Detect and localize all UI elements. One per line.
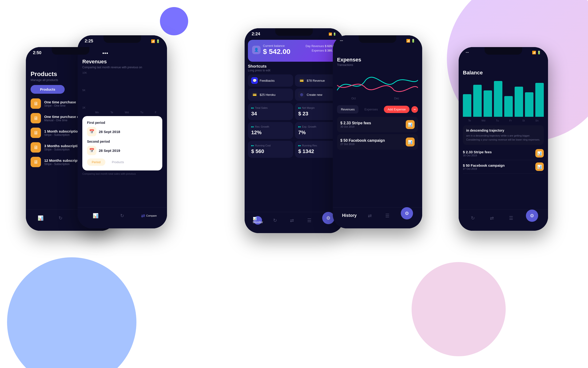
phone1-notch — [52, 47, 89, 55]
phone2-title: Revenues — [82, 59, 162, 65]
phone2-chart: 10K5K1K MnTeWdTuF — [82, 71, 162, 114]
add-expense-btn[interactable]: Add Expense — [384, 106, 410, 113]
second-period-date: 28 Sept 2019 — [99, 148, 120, 153]
second-period-row[interactable]: 📅 28 Sept 2019 — [87, 146, 158, 155]
phone4-bottom-nav: History ⇄ ☰ ⚙ — [333, 207, 422, 228]
phone4-status-icons: 📶 🔋 — [406, 39, 415, 43]
nav-chart-icon-2[interactable]: 📊 — [91, 212, 100, 220]
phone-dashboard: 2:24 📶 🔋 👤 Current balance $ 542.00 Day … — [245, 28, 343, 233]
period-tabs: Period Products — [87, 158, 158, 166]
expense-amount-2: $ 50 Facebook campaign — [340, 138, 385, 143]
add-expense-icon[interactable]: − — [411, 106, 418, 113]
nav-refresh-3[interactable]: ↻ — [271, 216, 279, 225]
nav-compare-5[interactable]: ⇄ — [488, 214, 496, 222]
balance-label: Current balance — [263, 44, 290, 47]
phone-expenses: ··· 📶 🔋 Expenses Transactions Oct Dec — [333, 35, 422, 228]
phone4-chart: Oct Dec — [337, 70, 418, 103]
insight-card: in descending trajectory are in a descen… — [463, 125, 544, 145]
first-period-row[interactable]: 📅 28 Sept 2018 — [87, 127, 158, 136]
product-icon-1: 🖥 — [31, 98, 41, 109]
nav-refresh-5[interactable]: ↻ — [469, 214, 477, 222]
nav-compare-4[interactable]: ⇄ — [366, 212, 374, 220]
product-name-1: One time purchase — [44, 100, 76, 104]
expense-icon-2: 📊 — [406, 138, 415, 147]
balance-bars-chart — [463, 79, 544, 117]
bg-circle-top — [160, 7, 188, 35]
shortcuts-section: Shortcuts Long press to edit 💬 Feedbacks… — [245, 64, 343, 101]
nav-monitor[interactable]: 📊 Monitor — [254, 216, 262, 225]
expense-icon-1: 📊 — [406, 120, 415, 129]
nav-menu-4[interactable]: ☰ — [383, 212, 392, 220]
stat-value-2: 12% — [251, 129, 290, 136]
svg-text:Dec: Dec — [394, 97, 399, 100]
expense-item-2[interactable]: $ 50 Facebook campaign 27 Oct 2019 📊 — [337, 134, 418, 150]
revenue-tabs: Revenues Expenses Add Expense − — [337, 105, 418, 113]
phone2-notch — [104, 35, 141, 43]
hist-item-1[interactable]: $ 2.33 Stripe fees 30 Oct 2019 📊 — [463, 147, 544, 160]
shortcut-create-label: Create new — [307, 93, 322, 97]
phone3-notch — [275, 28, 313, 36]
nav-fab-4[interactable]: ⚙ — [401, 207, 413, 220]
nav-compare-3[interactable]: ⇄ — [288, 216, 296, 225]
phone5-status-icons: 📶 🔋 — [532, 51, 541, 54]
nav-fab-3[interactable]: ⚙ — [322, 212, 334, 224]
expense-item-1[interactable]: $ 2.33 Stripe fees 30 Oct 2019 📊 — [337, 117, 418, 132]
shortcut-revenue-label: $78 Revenue — [307, 79, 325, 83]
first-period-label: First period — [87, 121, 158, 125]
chart-x-labels: MnTeWdTuF — [89, 111, 162, 114]
nav-compare-icon-2[interactable]: ⇄ Compare — [145, 212, 153, 220]
phone1-status-icons: ●●● — [102, 51, 108, 55]
shortcut-heroku[interactable]: 💳 $25 Heroku — [248, 89, 293, 101]
product-icon-5: 🖥 — [31, 157, 41, 167]
insight-text: are in a descending trajectory while s a… — [466, 134, 541, 141]
phone4-time: ··· — [340, 39, 343, 43]
product-sub-3: Stripe - Subscription — [44, 133, 80, 137]
product-icon-4: 🖥 — [31, 142, 41, 153]
stat-rev-growth: Rev. Growth 12% — [248, 122, 293, 139]
history-tab[interactable]: History — [342, 212, 357, 220]
product-icon-2: 🖥 — [31, 113, 41, 123]
stat-label-4: Running Cost — [251, 144, 290, 147]
chart-y-labels: 10K5K1K — [82, 71, 87, 109]
balance-card: 👤 Current balance $ 542.00 Day Revenues … — [248, 40, 340, 62]
stats-grid: Total Sales 34 Net Margin $ 23 Rev. Grow… — [245, 103, 343, 158]
phone2-footer: Comparing last month total sales with pr… — [82, 172, 162, 175]
product-name-3: 1 Month subscription — [44, 129, 80, 133]
phone5-content: Balance TeWdTuFrStSn in descending traje… — [459, 55, 548, 174]
phone2-time: 2:25 — [85, 39, 93, 44]
phone5-time: ··· — [466, 50, 469, 55]
nav-refresh-icon-2[interactable]: ↻ — [118, 212, 127, 220]
svg-text:Oct: Oct — [351, 97, 356, 100]
stat-value-4: $ 560 — [251, 148, 290, 155]
phone2-content: Revenues Comparing last month revenue wi… — [78, 45, 167, 175]
nav-chart-icon[interactable]: 📊 — [36, 214, 45, 222]
hist-item-2[interactable]: $ 50 Facebook campaign 27 Oct 2019 📊 — [463, 160, 544, 174]
nav-fab-5[interactable]: ⚙ — [526, 210, 538, 222]
tab-revenues[interactable]: Revenues — [337, 105, 359, 113]
stat-total-sales: Total Sales 34 — [248, 103, 293, 120]
hist-date-1: 30 Oct 2019 — [463, 154, 492, 157]
nav-menu-5[interactable]: ☰ — [507, 214, 515, 222]
hist-date-2: 27 Oct 2019 — [463, 167, 505, 170]
phone1-products-btn[interactable]: Products — [31, 85, 65, 94]
day-revenues-label: Day Revenues — [306, 45, 324, 48]
nav-menu-3[interactable]: ☰ — [305, 216, 314, 225]
phone4-notch — [359, 35, 396, 43]
chart-bars — [89, 71, 162, 109]
feedbacks-icon: 💬 — [251, 77, 258, 84]
stat-value-1: $ 23 — [298, 111, 337, 117]
stat-label-5: Running Rev. — [298, 144, 337, 147]
shortcuts-subtitle: Long press to edit — [248, 69, 270, 72]
balance-amount: $ 542.00 — [263, 47, 290, 55]
shortcut-feedbacks[interactable]: 💬 Feedbacks — [248, 74, 293, 87]
bg-circle-left — [7, 257, 136, 368]
shortcut-grid: 💬 Feedbacks 💳 $78 Revenue 💳 $25 Heroku ⊕… — [248, 74, 340, 101]
calendar-icon-2: 📅 — [87, 146, 97, 155]
create-icon: ⊕ — [298, 91, 305, 98]
phone2-bottom-nav: 📊 ↻ ⇄ Compare — [78, 207, 167, 228]
tab-expenses[interactable]: Expenses — [360, 105, 382, 113]
tab-products[interactable]: Products — [107, 158, 129, 166]
nav-refresh-icon[interactable]: ↻ — [56, 214, 65, 222]
tab-period[interactable]: Period — [87, 158, 105, 166]
heroku-icon: 💳 — [251, 91, 258, 98]
